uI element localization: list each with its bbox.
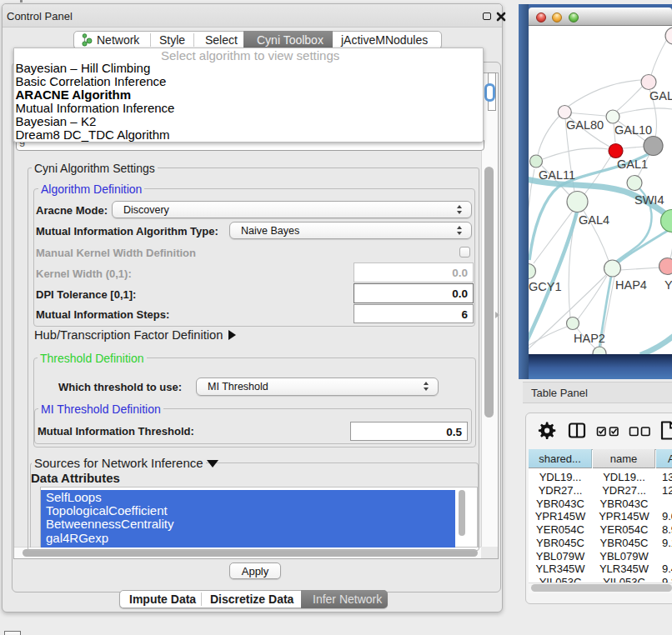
svg-text:YE: YE: [664, 278, 672, 292]
svg-text:GAL1: GAL1: [617, 158, 648, 171]
svg-text:GCY1: GCY1: [529, 280, 562, 293]
svg-text:HAP2: HAP2: [574, 332, 605, 345]
svg-text:GAL4: GAL4: [579, 213, 609, 227]
svg-text:SWI4: SWI4: [634, 193, 664, 207]
svg-text:GAL7: GAL7: [649, 89, 672, 102]
svg-text:GAL80: GAL80: [566, 118, 604, 132]
svg-text:GAL11: GAL11: [539, 168, 575, 182]
svg-text:HAP4: HAP4: [615, 278, 647, 292]
svg-text:GAL10: GAL10: [614, 123, 652, 137]
